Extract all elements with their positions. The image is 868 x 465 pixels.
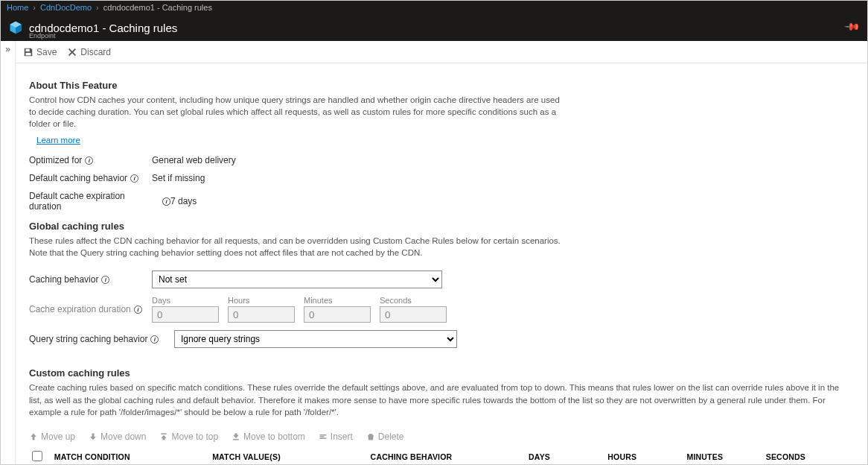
- breadcrumb-home[interactable]: Home: [7, 3, 28, 12]
- move-bottom-button[interactable]: Move to bottom: [232, 431, 305, 442]
- default-expiration-value: 7 days: [170, 196, 197, 206]
- insert-icon: [319, 432, 328, 441]
- seconds-label: Seconds: [380, 296, 447, 305]
- svg-rect-3: [233, 439, 239, 440]
- move-down-button[interactable]: Move down: [89, 431, 146, 442]
- minutes-input[interactable]: [304, 306, 371, 323]
- breadcrumb-cdndocdemo[interactable]: CdnDocDemo: [40, 3, 92, 12]
- command-bar: Save Discard: [16, 41, 867, 63]
- hours-label: Hours: [228, 296, 295, 305]
- days-label: Days: [152, 296, 219, 305]
- info-icon[interactable]: i: [130, 174, 138, 183]
- optimized-for-label: Optimized for i: [29, 155, 152, 165]
- col-value: MATCH VALUE(S): [209, 446, 367, 465]
- arrow-bottom-icon: [232, 432, 240, 441]
- minutes-label: Minutes: [304, 296, 371, 305]
- insert-button[interactable]: Insert: [319, 431, 353, 442]
- caching-behavior-label: Caching behavior i: [29, 274, 152, 285]
- arrow-up-icon: [29, 432, 38, 441]
- col-hours: HOURS: [604, 446, 683, 465]
- info-icon[interactable]: i: [150, 335, 159, 344]
- arrow-top-icon: [159, 432, 168, 441]
- about-description: Control how CDN caches your content, inc…: [29, 94, 565, 130]
- breadcrumb: Home › CdnDocDemo › cdndocdemo1 - Cachin…: [1, 1, 867, 14]
- default-behavior-label: Default caching behavior i: [29, 173, 152, 183]
- info-icon[interactable]: i: [101, 276, 109, 284]
- discard-icon: [67, 47, 77, 57]
- select-all-checkbox[interactable]: [32, 451, 42, 461]
- global-rules-description: These rules affect the CDN caching behav…: [29, 235, 565, 259]
- col-match: MATCH CONDITION: [51, 446, 209, 465]
- col-seconds: SECONDS: [763, 446, 842, 465]
- breadcrumb-current: cdndocdemo1 - Caching rules: [103, 3, 212, 12]
- arrow-down-icon: [89, 432, 98, 441]
- pin-icon[interactable]: 📌: [843, 17, 861, 34]
- endpoint-icon: [8, 20, 23, 35]
- svg-rect-1: [26, 52, 31, 55]
- learn-more-link[interactable]: Learn more: [36, 136, 80, 145]
- caching-behavior-select[interactable]: Not set: [152, 271, 442, 288]
- chevron-right-icon: ›: [33, 3, 36, 12]
- main-content: About This Feature Control how CDN cache…: [16, 63, 867, 465]
- move-up-button[interactable]: Move up: [29, 431, 75, 442]
- days-input[interactable]: [152, 306, 219, 323]
- svg-rect-0: [26, 48, 30, 51]
- page-header: cdndocdemo1 - Caching rules Endpoint 📌: [1, 14, 867, 41]
- rules-toolbar: Move up Move down Move to top Move to bo…: [29, 431, 854, 442]
- svg-rect-4: [319, 434, 326, 436]
- hours-input[interactable]: [228, 306, 295, 323]
- col-minutes: MINUTES: [683, 446, 762, 465]
- qs-behavior-label: Query string caching behavior i: [29, 334, 174, 344]
- info-icon[interactable]: i: [134, 306, 142, 314]
- info-icon[interactable]: i: [85, 156, 93, 165]
- seconds-input[interactable]: [380, 306, 447, 323]
- save-icon: [23, 47, 33, 57]
- svg-rect-2: [162, 433, 167, 434]
- page-subtitle: Endpoint: [29, 32, 56, 39]
- custom-rules-heading: Custom caching rules: [29, 367, 854, 379]
- global-rules-heading: Global caching rules: [29, 221, 854, 232]
- col-days: DAYS: [526, 446, 604, 465]
- about-heading: About This Feature: [29, 80, 854, 91]
- delete-icon: [366, 432, 375, 441]
- custom-rules-description: Create caching rules based on specific m…: [29, 382, 840, 417]
- rules-table: MATCH CONDITION MATCH VALUE(S) CACHING B…: [29, 446, 842, 465]
- delete-button[interactable]: Delete: [366, 431, 404, 442]
- move-top-button[interactable]: Move to top: [159, 431, 218, 442]
- expand-sidebar-button[interactable]: »: [1, 41, 16, 465]
- optimized-for-value: General web delivery: [152, 155, 236, 165]
- chevron-right-icon: ›: [96, 3, 99, 12]
- default-behavior-value: Set if missing: [152, 173, 205, 183]
- qs-behavior-select[interactable]: Ignore query strings: [174, 330, 457, 348]
- discard-button[interactable]: Discard: [67, 47, 111, 57]
- svg-rect-5: [319, 437, 326, 439]
- cache-expiration-label: Cache expiration duration i: [29, 304, 152, 314]
- col-behavior: CACHING BEHAVIOR: [368, 446, 526, 465]
- info-icon[interactable]: i: [162, 197, 170, 206]
- default-expiration-label: Default cache expiration duration i: [29, 191, 170, 212]
- save-button[interactable]: Save: [23, 47, 57, 57]
- svg-rect-6: [319, 436, 324, 437]
